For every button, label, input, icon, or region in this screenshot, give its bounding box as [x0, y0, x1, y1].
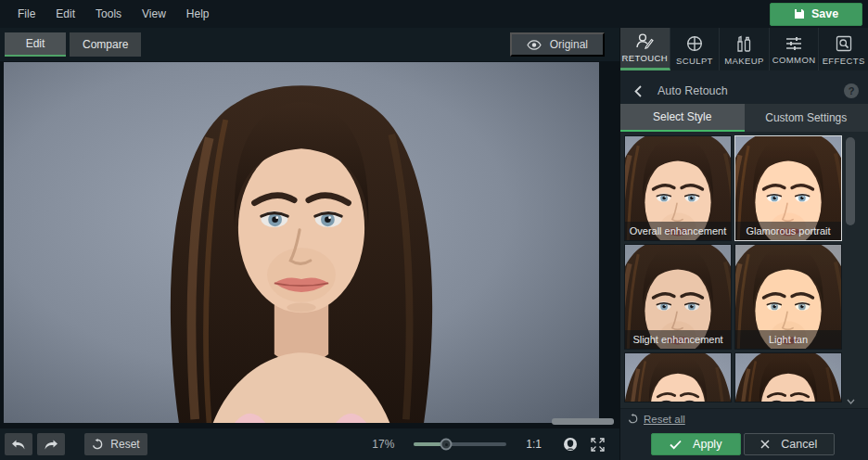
bottom-toolbar: Reset 17% 1:1 [0, 428, 619, 460]
cancel-button[interactable]: Cancel [744, 433, 836, 455]
makeup-icon [735, 35, 752, 52]
tab-compare[interactable]: Compare [70, 32, 141, 57]
reset-icon [92, 439, 103, 450]
photo-editor-window: File Edit Tools View Help Save Edit Comp… [0, 0, 868, 460]
tab-select-style[interactable]: Select Style [620, 104, 745, 132]
feature-title: Auto Retouch [657, 84, 728, 97]
menu-edit[interactable]: Edit [45, 0, 85, 28]
reset-button[interactable]: Reset [84, 433, 147, 455]
common-icon [785, 36, 802, 51]
original-label: Original [550, 38, 588, 51]
fit-screen-button[interactable] [586, 433, 608, 455]
tab-makeup-label: MAKEUP [724, 56, 764, 66]
style-slight-enhancement[interactable]: Slight enhancement [624, 244, 732, 350]
undo-icon [11, 440, 26, 450]
reset-all-link[interactable]: Reset all [644, 414, 685, 425]
menu-file[interactable]: File [7, 0, 45, 28]
tab-common-label: COMMON [772, 55, 816, 65]
apply-button[interactable]: Apply [651, 433, 741, 455]
style-thumbnail [735, 353, 841, 402]
style-tabs: Select Style Custom Settings [620, 104, 868, 132]
style-partial-left[interactable] [624, 352, 732, 402]
feature-header: Auto Retouch ? [620, 78, 868, 104]
style-partial-right[interactable] [734, 352, 842, 402]
cancel-label: Cancel [781, 438, 817, 451]
apply-label: Apply [693, 438, 721, 451]
tab-edit[interactable]: Edit [5, 32, 66, 57]
menu-tools[interactable]: Tools [85, 0, 132, 28]
chevron-left-icon [634, 85, 642, 97]
save-label: Save [811, 7, 838, 20]
style-light-tan[interactable]: Light tan [734, 244, 842, 350]
zoom-percent-label: 17% [372, 438, 394, 451]
menu-bar: File Edit Tools View Help Save [0, 0, 868, 28]
redo-button[interactable] [37, 433, 65, 455]
tab-retouch-label: RETOUCH [621, 53, 668, 63]
tab-sculpt[interactable]: SCULPT [670, 28, 721, 70]
eye-icon [527, 40, 542, 50]
styles-row-2: Slight enhancement Light tan [624, 244, 868, 350]
tools-panel: RETOUCH SCULPT MAKEUP [619, 28, 868, 460]
view-tabstrip: Edit Compare Original [0, 28, 619, 61]
save-icon [794, 8, 805, 19]
sculpt-icon [686, 35, 703, 52]
undo-button[interactable] [5, 433, 32, 455]
canvas-horizontal-scrollbar[interactable] [552, 418, 614, 425]
zoom-1-1-label[interactable]: 1:1 [526, 438, 542, 451]
redo-icon [44, 440, 58, 450]
face-circle-icon [563, 437, 578, 452]
fit-face-button[interactable] [559, 433, 581, 455]
editor-area: Edit Compare Original [0, 28, 619, 460]
reset-label: Reset [110, 438, 139, 451]
tab-effects-label: EFFECTS [823, 56, 865, 66]
style-caption: Overall enhancement [625, 222, 731, 240]
menu-help[interactable]: Help [176, 0, 220, 28]
panel-footer: Apply Cancel [620, 428, 868, 460]
tab-retouch[interactable]: RETOUCH [620, 28, 670, 70]
tab-sculpt-label: SCULPT [676, 56, 713, 66]
style-caption: Glamorous portrait [735, 222, 841, 240]
help-icon[interactable]: ? [844, 83, 859, 98]
zoom-slider-handle[interactable] [440, 439, 453, 451]
style-thumbnail [625, 353, 731, 402]
reset-all-icon [628, 414, 638, 424]
save-button[interactable]: Save [770, 3, 862, 26]
tab-makeup[interactable]: MAKEUP [720, 28, 770, 70]
edited-photo [4, 62, 599, 423]
styles-scrollbar-thumb[interactable] [846, 137, 855, 225]
effects-icon [836, 35, 852, 52]
style-glamorous-portrait[interactable]: Glamorous portrait [734, 135, 842, 241]
styles-scrollbar[interactable] [846, 135, 855, 404]
styles-list: Overall enhancement Glamorous portrait [620, 132, 868, 408]
photo-canvas[interactable] [0, 61, 619, 428]
expand-arrows-icon [591, 438, 605, 452]
retouch-icon [635, 32, 654, 49]
styles-row-3 [624, 352, 868, 402]
menu-view[interactable]: View [132, 0, 176, 28]
x-icon [760, 440, 770, 449]
back-button[interactable] [630, 83, 646, 99]
reset-all-row: Reset all [620, 408, 868, 428]
tab-common[interactable]: COMMON [770, 28, 820, 70]
style-overall-enhancement[interactable]: Overall enhancement [624, 135, 732, 241]
original-button[interactable]: Original [510, 32, 605, 57]
styles-row-1: Overall enhancement Glamorous portrait [624, 135, 868, 241]
tab-custom-settings[interactable]: Custom Settings [745, 104, 868, 132]
tab-effects[interactable]: EFFECTS [819, 28, 868, 70]
zoom-slider[interactable] [414, 442, 506, 446]
style-caption: Light tan [735, 330, 841, 349]
chevron-down-icon[interactable] [846, 399, 855, 404]
tool-tabs: RETOUCH SCULPT MAKEUP [620, 28, 868, 70]
style-caption: Slight enhancement [625, 330, 731, 349]
check-icon [670, 440, 682, 450]
